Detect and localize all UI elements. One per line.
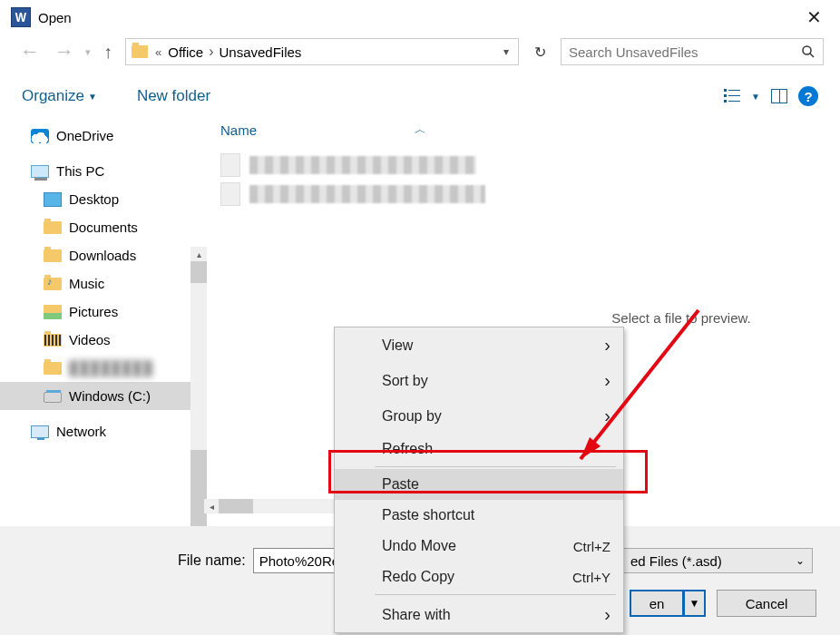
open-split-button[interactable]: ▼	[684, 590, 706, 617]
toolbar: Organize ▼ New folder ▼ ?	[0, 74, 840, 118]
svg-line-1	[810, 54, 814, 57]
open-button[interactable]: en	[630, 590, 684, 617]
tree-downloads[interactable]: Downloads	[0, 241, 190, 269]
title-bar: W Open ✕	[0, 0, 840, 34]
refresh-button[interactable]: ↻	[526, 38, 553, 65]
nav-tree: OneDrive This PC Desktop Documents Downl…	[0, 118, 190, 517]
scrollbar-thumb[interactable]	[219, 499, 253, 513]
search-box[interactable]	[561, 38, 824, 65]
chevron-down-icon: ▼	[88, 92, 97, 102]
ctx-shortcut: Ctrl+Z	[573, 539, 610, 554]
tree-label: Windows (C:)	[69, 388, 151, 404]
forward-button[interactable]: →	[51, 40, 78, 64]
tree-blurred-item[interactable]: ████████	[0, 354, 190, 382]
help-button[interactable]: ?	[798, 86, 818, 106]
videos-folder-icon	[44, 334, 62, 347]
ctx-shortcut: Ctrl+Y	[572, 570, 610, 585]
column-name[interactable]: Name	[220, 122, 257, 138]
ctx-paste-shortcut[interactable]: Paste shortcut	[335, 500, 623, 531]
scroll-left-arrow[interactable]: ◂	[204, 502, 219, 512]
ctx-paste[interactable]: Paste	[335, 469, 623, 500]
tree-pictures[interactable]: Pictures	[0, 298, 190, 326]
network-icon	[31, 425, 49, 438]
address-bar[interactable]: « Office › UnsavedFiles ▾	[125, 38, 519, 65]
ctx-label: Share with	[382, 607, 451, 623]
tree-documents[interactable]: Documents	[0, 213, 190, 241]
music-folder-icon	[44, 278, 62, 290]
column-headers: Name ︿	[220, 118, 523, 151]
dialog-title: Open	[38, 10, 72, 25]
breadcrumb-seg-office[interactable]: Office	[162, 44, 209, 60]
ctx-label: View	[382, 337, 413, 354]
tree-music[interactable]: Music	[0, 269, 190, 298]
tree-label: Pictures	[69, 304, 118, 319]
file-name-label: File name:	[178, 552, 246, 569]
organize-button[interactable]: Organize ▼	[22, 87, 97, 105]
cloud-icon	[31, 129, 49, 143]
ctx-separator	[375, 594, 616, 595]
tree-this-pc[interactable]: This PC	[0, 157, 190, 185]
breadcrumb-seg-unsavedfiles[interactable]: UnsavedFiles	[213, 44, 307, 60]
tree-windows-c[interactable]: Windows (C:)	[0, 382, 190, 410]
ctx-label: Redo Copy	[382, 569, 454, 585]
word-app-icon: W	[11, 7, 31, 27]
drive-icon	[44, 392, 62, 403]
cancel-label: Cancel	[746, 596, 788, 611]
tree-label: Music	[69, 276, 104, 291]
history-dropdown[interactable]: ▾	[85, 46, 91, 58]
tree-label: Downloads	[69, 248, 136, 263]
file-type-filter[interactable]: ed Files (*.asd) ⌄	[622, 548, 813, 573]
ctx-refresh[interactable]: Refresh	[335, 434, 623, 464]
view-mode-button[interactable]	[724, 89, 740, 103]
tree-label: Videos	[69, 332, 111, 347]
search-input[interactable]	[569, 44, 801, 60]
tree-label-redacted: ████████	[69, 360, 153, 376]
ctx-group-by[interactable]: Group by›	[335, 398, 623, 434]
ctx-label: Paste shortcut	[382, 507, 474, 523]
preview-message: Select a file to preview.	[611, 310, 750, 326]
tree-label: Network	[56, 424, 106, 439]
file-row[interactable]	[220, 180, 523, 209]
tree-onedrive[interactable]: OneDrive	[0, 122, 190, 150]
folder-icon	[44, 249, 62, 262]
ctx-redo-copy[interactable]: Redo CopyCtrl+Y	[335, 562, 623, 592]
tree-label: Documents	[69, 220, 138, 235]
new-folder-button[interactable]: New folder	[137, 87, 210, 105]
address-dropdown[interactable]: ▾	[500, 45, 513, 58]
ctx-sort-by[interactable]: Sort by›	[335, 363, 623, 398]
ctx-label: Paste	[382, 476, 419, 493]
ctx-label: Sort by	[382, 373, 428, 389]
file-row[interactable]	[220, 151, 523, 180]
view-mode-dropdown[interactable]: ▼	[751, 92, 760, 102]
search-icon	[801, 44, 816, 59]
filter-label: ed Files (*.asd)	[630, 553, 722, 569]
ctx-share-with[interactable]: Share with›	[335, 597, 623, 632]
submenu-arrow-icon: ›	[604, 370, 610, 391]
up-button[interactable]: ↑	[98, 42, 118, 63]
tree-videos[interactable]: Videos	[0, 326, 190, 354]
preview-pane-toggle[interactable]	[771, 89, 787, 103]
ctx-label: Refresh	[382, 441, 433, 457]
file-icon	[220, 182, 240, 206]
chevron-down-icon: ⌄	[796, 554, 805, 567]
close-button[interactable]: ✕	[799, 6, 829, 28]
tree-desktop[interactable]: Desktop	[0, 185, 190, 213]
svg-point-0	[803, 46, 811, 54]
view-controls: ▼ ?	[724, 86, 818, 106]
ctx-view[interactable]: View›	[335, 327, 623, 363]
desktop-icon	[44, 192, 62, 207]
sort-indicator-icon[interactable]: ︿	[415, 122, 426, 138]
path-overflow-chevron[interactable]: «	[151, 45, 162, 59]
submenu-arrow-icon: ›	[604, 335, 610, 356]
tree-network[interactable]: Network	[0, 417, 190, 445]
open-label: en	[650, 596, 665, 611]
pc-icon	[31, 165, 49, 178]
ctx-undo-move[interactable]: Undo MoveCtrl+Z	[335, 531, 623, 562]
submenu-arrow-icon: ›	[604, 405, 610, 426]
navigation-bar: ← → ▾ ↑ « Office › UnsavedFiles ▾ ↻	[0, 34, 840, 74]
cancel-button[interactable]: Cancel	[717, 590, 816, 617]
organize-label: Organize	[22, 87, 84, 105]
ctx-label: Group by	[382, 408, 442, 425]
folder-icon	[132, 45, 148, 58]
back-button[interactable]: ←	[16, 40, 44, 64]
